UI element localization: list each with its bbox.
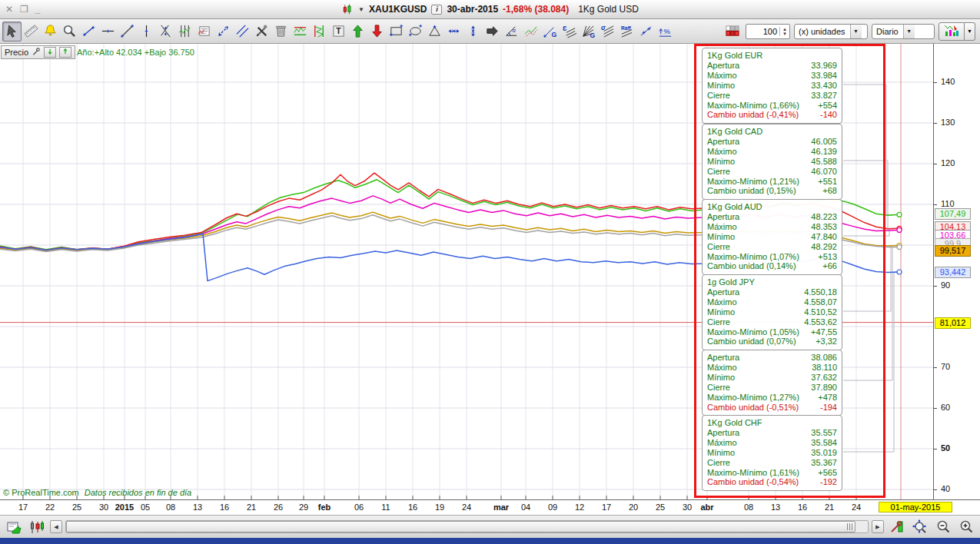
panel-row: Cambio unidad (-0,54%)-192 [707,477,837,487]
panel-row: Cierre48.292 [707,242,837,252]
sigma-channel-icon[interactable]: σ [598,22,617,41]
panel-row: Máximo33.984 [707,71,837,81]
data-window-1kg-gold-chf[interactable]: 1Kg Gold CHFApertura35.557Máximo35.584Mí… [702,415,842,491]
data-window-1kg-gold-cad[interactable]: 1Kg Gold CADApertura46.005Máximo46.139Mí… [702,124,842,200]
text-icon[interactable]: T [329,22,348,41]
scroll-left-icon[interactable]: ◀ [50,520,62,533]
panel-row: Maximo-Mínimo (1,61%)+565 [707,468,837,478]
scrollbar-grip-icon[interactable] [847,523,852,530]
minimize-window-icon[interactable]: _ [35,4,41,15]
arrow-up-icon[interactable] [348,22,367,41]
panel-connector-line [843,247,896,380]
x-axis-label: 22 [36,503,64,512]
horizontal-line-icon[interactable] [98,22,118,41]
rectangle-icon[interactable] [387,22,406,41]
toolbar-icons: TαGƐGσRaff% [2,22,675,41]
x-axis-label: 16 [789,503,816,512]
export-chart-icon[interactable] [4,518,24,536]
panel-row: Maximo-Mínimo (1,05%)+47,55 [707,327,837,337]
session-lines-icon[interactable] [175,22,194,41]
symbol-dropdown-icon[interactable]: ▼ [358,6,364,13]
unit-count-value[interactable]: 100 [746,27,779,36]
timeframe-select[interactable]: Diario ▼ [872,24,935,39]
panel-row: Maximo-Mínimo (1,27%)+478 [707,393,837,403]
channel-icon[interactable] [291,22,310,41]
year-high-low: Año:+Alto 42.034 +Bajo 36.750 [77,48,194,57]
horizontal-scrollbar[interactable] [65,520,869,533]
data-window-1kg-gold-aud[interactable]: 1Kg Gold AUDApertura48.223Máximo48.353Mí… [702,199,842,275]
vertical-resize-icon[interactable] [463,22,483,41]
trash-icon[interactable] [271,22,291,41]
scroll-right-icon[interactable]: ▶ [872,520,884,533]
x-axis-label: 20 [620,503,647,512]
raff-icon[interactable]: Raff [617,22,636,41]
cursor-icon[interactable] [2,22,22,41]
panel-row: Cambio unidad (-0,51%)-194 [707,403,837,413]
close-window-icon[interactable]: ✕ [5,4,13,15]
gann-line-icon[interactable]: G [540,22,560,41]
gann-fan-icon[interactable]: G [579,22,598,41]
chart-type-dropdown-icon[interactable]: ▼ [965,22,975,41]
note-icon[interactable] [194,22,214,41]
data-window-1kg-gold-eur[interactable]: 1Kg Gold EURApertura33.969Máximo33.984Mí… [702,48,842,124]
zigzag-icon[interactable] [310,22,329,41]
crossing-lines-icon[interactable] [156,22,175,41]
angle-icon[interactable]: α [502,22,521,41]
arrow-right-icon[interactable] [483,22,502,41]
triangle-icon[interactable] [425,22,444,41]
time-axis[interactable]: 17222530201505081316212629feb0611161924m… [0,499,980,515]
regression-icon[interactable] [636,22,656,41]
chart-type-button[interactable] [938,22,965,41]
panel-row: Cierre35.367 [707,458,837,468]
panel-row: Maximo-Mínimo (1,07%)+513 [707,252,837,262]
horizontal-resize-icon[interactable] [444,22,463,41]
move-pane-up-button[interactable] [59,47,71,58]
segment-icon[interactable] [79,22,98,41]
x-axis-label: 11 [372,503,400,512]
chart-style-icon[interactable] [27,518,47,536]
measure-icon[interactable] [214,22,233,41]
parallel-lines-icon[interactable] [233,22,252,41]
wrench-icon[interactable] [32,47,41,58]
panel-row: Cierre4.553,62 [707,317,837,327]
svg-text:α: α [512,27,516,34]
elliott-icon[interactable]: Ɛ [560,22,579,41]
data-window-1g-gold-jpy[interactable]: 1g Gold JPYApertura4.550,18Máximo4.558,0… [702,274,842,350]
ruler-icon[interactable] [22,22,41,41]
chevron-down-icon[interactable]: ▼ [903,25,915,38]
x-axis-label: 24 [842,503,870,512]
units-select[interactable]: (x) unidades ▼ [794,24,868,39]
symbol-label[interactable]: XAU1KGUSD [369,4,427,15]
panel-row: Mínimo45.588 [707,157,837,167]
move-pane-down-button[interactable] [44,47,56,58]
trendline-icon[interactable] [118,22,137,41]
info-icon[interactable]: i [431,5,442,15]
display-grid-icon[interactable] [723,22,742,41]
copyright-note: © ProRealTime.comDatos recibidos en fin … [3,488,191,497]
forecast-icon[interactable] [521,22,540,41]
x-axis-label: 17 [9,503,37,512]
x-axis-label: 26 [264,503,292,512]
chart-options-icon[interactable] [887,518,907,536]
zoom-fit-icon[interactable] [910,518,930,536]
daily-change: -1,68% (38.084) [503,4,569,15]
svg-text:Raff: Raff [621,25,632,31]
scrollbar-thumb[interactable] [66,521,855,532]
data-window-main[interactable]: Apertura38.086Máximo38.110Mínimo37.632Ci… [702,350,842,416]
vertical-line-icon[interactable] [137,22,156,41]
series-end-marker [897,245,902,250]
restore-window-icon[interactable]: ❐ [20,4,28,15]
alarm-icon[interactable] [41,22,60,41]
spinner-arrows-icon[interactable]: ▲▼ [779,27,789,36]
ellipse-icon[interactable] [406,22,425,41]
tools-icon[interactable] [252,22,271,41]
zoom-in-icon[interactable] [956,518,976,536]
percent-icon[interactable]: % [656,22,675,41]
zoom-icon[interactable] [60,22,79,41]
chevron-down-icon[interactable]: ▼ [850,25,862,38]
series-end-marker [897,270,902,274]
unit-count-spinner[interactable]: 100 ▲▼ [746,24,790,39]
arrow-down-icon[interactable] [367,22,387,41]
zoom-out-icon[interactable] [933,518,953,536]
panel-connector-line [843,246,896,312]
